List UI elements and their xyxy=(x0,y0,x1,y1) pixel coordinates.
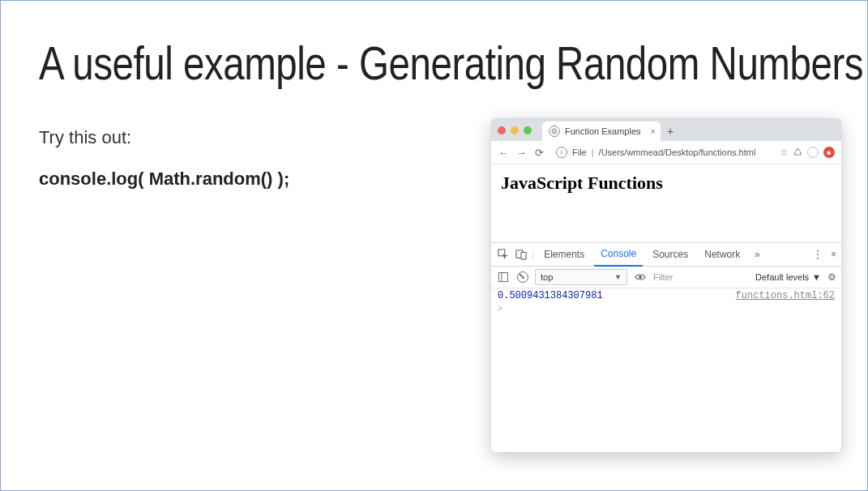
chevron-down-icon: ▼ xyxy=(614,273,622,281)
console-filter-bar: top ▼ Filter Default levels ▼ ⚙ xyxy=(491,267,841,288)
window-controls xyxy=(498,126,532,134)
levels-label: Default levels xyxy=(755,272,809,282)
devtools-close-icon[interactable]: × xyxy=(831,249,836,260)
browser-tab-title: Function Examples xyxy=(565,126,641,136)
context-selector[interactable]: top ▼ xyxy=(535,269,627,285)
window-minimize-icon[interactable] xyxy=(511,126,519,134)
reload-button[interactable]: ⟳ xyxy=(533,147,545,159)
browser-toolbar: ← → ⟳ i File | /Users/wmmead/Desktop/fun… xyxy=(491,141,841,164)
tab-sources[interactable]: Sources xyxy=(646,243,695,266)
slide-code-example: console.log( Math.random() ); xyxy=(39,169,289,190)
svg-rect-3 xyxy=(521,252,526,259)
tab-console[interactable]: Console xyxy=(594,242,643,267)
chevron-down-icon: ▼ xyxy=(812,272,821,282)
browser-tab-bar: Function Examples × + xyxy=(491,118,841,141)
inspect-element-icon[interactable] xyxy=(496,249,511,260)
filter-input[interactable]: Filter xyxy=(653,272,749,282)
extension-recycle-icon[interactable]: ♺ xyxy=(793,147,802,158)
tab-network[interactable]: Network xyxy=(698,243,746,266)
console-log-area: 0.5009431384307981 functions.html:62 > xyxy=(491,288,841,452)
window-zoom-icon[interactable] xyxy=(524,126,532,134)
devtools-right-controls: ⋮ × xyxy=(813,249,836,260)
console-log-value: 0.5009431384307981 xyxy=(498,290,603,301)
console-settings-icon[interactable]: ⚙ xyxy=(827,271,836,283)
svg-point-6 xyxy=(639,275,642,279)
site-info-icon[interactable]: i xyxy=(556,147,567,158)
more-tabs-icon[interactable]: » xyxy=(750,249,764,260)
console-sidebar-toggle-icon[interactable] xyxy=(496,272,511,282)
clear-console-icon[interactable] xyxy=(517,271,528,283)
console-log-row: 0.5009431384307981 functions.html:62 xyxy=(491,288,841,303)
slide-title: A useful example - Generating Random Num… xyxy=(39,37,863,89)
url-scheme-label: File xyxy=(572,147,587,157)
forward-button[interactable]: → xyxy=(515,147,527,159)
browser-window: Function Examples × + ← → ⟳ i File | /Us… xyxy=(491,118,841,452)
devtools-menu-icon[interactable]: ⋮ xyxy=(813,249,823,260)
devtools-tab-bar: | Elements Console Sources Network » ⋮ × xyxy=(491,243,841,267)
extension-stop-icon[interactable]: ■ xyxy=(823,147,835,158)
profile-icon[interactable] xyxy=(807,147,819,158)
console-log-source-link[interactable]: functions.html:62 xyxy=(736,290,835,301)
toolbar-right: ☆ ♺ ■ xyxy=(780,147,835,158)
bookmark-icon[interactable]: ☆ xyxy=(780,147,789,158)
live-expression-icon[interactable] xyxy=(634,273,647,281)
address-bar[interactable]: i File | /Users/wmmead/Desktop/functions… xyxy=(551,144,773,160)
tab-elements[interactable]: Elements xyxy=(537,243,591,266)
context-selector-value: top xyxy=(541,272,553,282)
svg-rect-4 xyxy=(499,273,508,282)
devtools-panel: | Elements Console Sources Network » ⋮ ×… xyxy=(491,242,841,452)
url-path: /Users/wmmead/Desktop/functions.html xyxy=(599,147,756,157)
levels-dropdown[interactable]: Default levels ▼ xyxy=(755,272,821,282)
browser-tab[interactable]: Function Examples × xyxy=(542,122,661,141)
window-close-icon[interactable] xyxy=(498,126,506,134)
console-prompt[interactable]: > xyxy=(491,303,841,315)
page-viewport: JavaScript Functions xyxy=(491,164,841,242)
tab-close-icon[interactable]: × xyxy=(651,126,656,136)
device-toggle-icon[interactable] xyxy=(514,249,528,260)
globe-icon xyxy=(549,126,560,137)
page-heading: JavaScript Functions xyxy=(501,173,832,194)
back-button[interactable]: ← xyxy=(498,147,509,159)
slide-subtitle: Try this out: xyxy=(39,127,131,148)
new-tab-button[interactable]: + xyxy=(667,125,673,141)
